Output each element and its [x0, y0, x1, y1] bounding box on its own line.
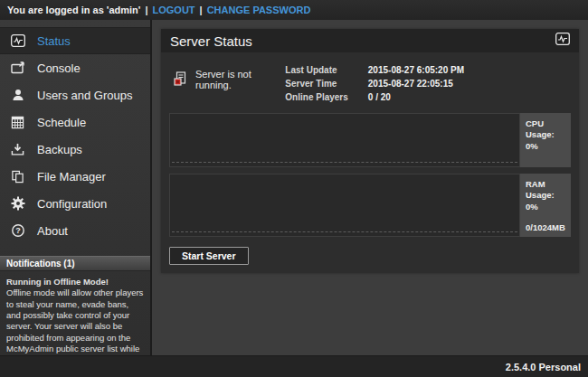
- notification-title: Running in Offline Mode!: [6, 277, 144, 287]
- sidebar: Status Console Users and Groups: [0, 20, 152, 355]
- server-stopped-icon: [173, 71, 187, 88]
- cpu-usage-label: CPU Usage:: [526, 118, 567, 141]
- activity-icon: [555, 33, 570, 49]
- page-title: Server Status: [170, 33, 252, 49]
- console-icon: [10, 61, 25, 76]
- status-info-row: Server is not running. Last Update 2015-…: [169, 60, 571, 113]
- ram-usage-graph: [169, 174, 520, 237]
- cpu-usage-info: CPU Usage: 0%: [520, 113, 571, 167]
- info-label: Online Players: [285, 90, 367, 104]
- sidebar-item-label: Configuration: [37, 197, 107, 211]
- help-icon: ?: [10, 223, 25, 239]
- sidebar-item-console[interactable]: Console: [0, 54, 150, 81]
- sidebar-item-label: About: [37, 224, 68, 238]
- panel-body: Server is not running. Last Update 2015-…: [161, 52, 579, 273]
- ram-usage-value: 0%: [526, 202, 567, 212]
- sidebar-item-file-manager[interactable]: File Manager: [0, 163, 150, 190]
- sidebar-item-configuration[interactable]: Configuration: [0, 190, 150, 217]
- mcmyadmin-app: You are logged in as 'admin' | LOGOUT | …: [0, 0, 588, 377]
- gear-icon: [10, 196, 25, 212]
- sidebar-item-status[interactable]: Status: [0, 27, 150, 54]
- backups-icon: [10, 142, 25, 157]
- server-status-text: Server is not running.: [195, 69, 285, 90]
- schedule-icon: [10, 115, 25, 130]
- change-password-link[interactable]: CHANGE PASSWORD: [207, 5, 311, 15]
- table-row: Server Time 2015-08-27 22:05:15: [285, 77, 464, 90]
- start-server-button[interactable]: Start Server: [169, 247, 249, 265]
- info-label: Last Update: [285, 63, 367, 77]
- info-value: 2015-08-27 22:05:15: [368, 77, 464, 90]
- separator: |: [145, 5, 147, 15]
- server-status-message: Server is not running.: [173, 63, 285, 90]
- sidebar-item-label: Backups: [37, 143, 82, 156]
- sidebar-nav: Status Console Users and Groups: [0, 20, 150, 244]
- sidebar-item-label: Users and Groups: [37, 89, 133, 102]
- sidebar-item-label: Status: [37, 34, 71, 48]
- sidebar-item-label: Console: [37, 61, 81, 75]
- logout-link[interactable]: LOGOUT: [153, 5, 195, 15]
- panel-header: Server Status: [161, 29, 579, 52]
- info-value: 2015-08-27 6:05:20 PM: [368, 63, 464, 77]
- logged-in-text: You are logged in as 'admin': [7, 5, 140, 15]
- ram-usage-info: RAM Usage: 0% 0/1024MB: [520, 174, 571, 237]
- ram-usage-label: RAM Usage:: [526, 179, 567, 202]
- version-text: 2.5.4.0 Personal: [506, 362, 581, 372]
- info-value: 0 / 20: [368, 90, 464, 104]
- footer: 2.5.4.0 Personal: [0, 355, 588, 377]
- info-label: Server Time: [285, 77, 367, 90]
- notifications-panel: Notifications (1) Running in Offline Mod…: [0, 256, 150, 372]
- server-info-table: Last Update 2015-08-27 6:05:20 PM Server…: [285, 63, 464, 104]
- graph-baseline: [172, 231, 517, 232]
- ram-usage-detail: 0/1024MB: [526, 222, 567, 233]
- sidebar-item-backups[interactable]: Backups: [0, 136, 150, 163]
- server-status-panel: Server Status Server is not running.: [161, 29, 579, 273]
- activity-icon: [10, 33, 25, 49]
- separator: |: [200, 5, 203, 15]
- sidebar-item-schedule[interactable]: Schedule: [0, 108, 150, 136]
- table-row: Last Update 2015-08-27 6:05:20 PM: [285, 63, 464, 77]
- topbar: You are logged in as 'admin' | LOGOUT | …: [0, 0, 588, 20]
- notifications-header: Notifications (1): [0, 256, 150, 271]
- cpu-usage-value: 0%: [526, 141, 567, 152]
- main-content: Server Status Server is not running.: [152, 20, 588, 355]
- notification-text: Offline mode will allow other players to…: [6, 287, 144, 365]
- sidebar-item-label: File Manager: [37, 170, 106, 184]
- sidebar-item-users-and-groups[interactable]: Users and Groups: [0, 81, 150, 108]
- sidebar-item-label: Schedule: [37, 116, 86, 129]
- ram-graph-row: RAM Usage: 0% 0/1024MB: [169, 174, 571, 237]
- cpu-graph-row: CPU Usage: 0%: [169, 113, 571, 167]
- cpu-usage-graph: [169, 113, 520, 167]
- users-icon: [10, 88, 25, 103]
- graph-baseline: [172, 162, 517, 163]
- file-manager-icon: [10, 169, 25, 184]
- sidebar-item-about[interactable]: ? About: [0, 217, 150, 244]
- svg-text:?: ?: [15, 226, 21, 235]
- table-row: Online Players 0 / 20: [285, 90, 464, 104]
